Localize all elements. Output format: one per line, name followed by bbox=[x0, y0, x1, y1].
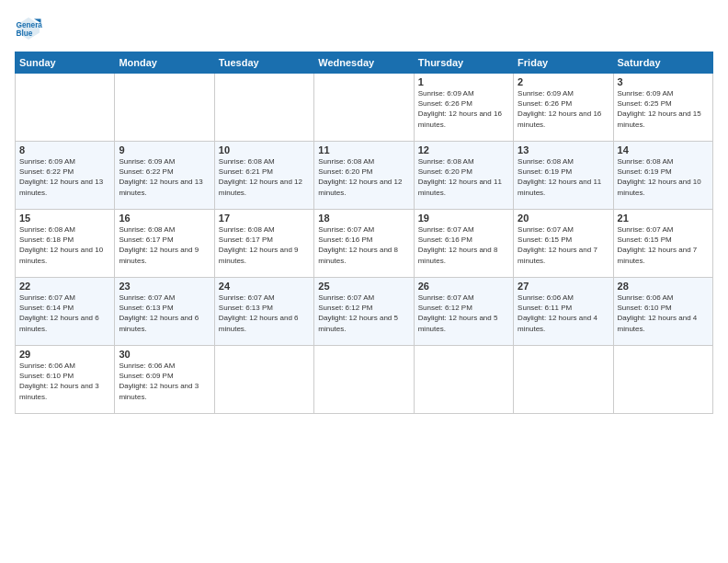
cell-info: Sunrise: 6:08 AMSunset: 6:21 PMDaylight:… bbox=[219, 157, 302, 197]
col-header-friday: Friday bbox=[514, 52, 613, 74]
svg-text:Blue: Blue bbox=[17, 29, 33, 38]
day-number: 25 bbox=[318, 281, 409, 292]
cell-info: Sunrise: 6:07 AMSunset: 6:13 PMDaylight:… bbox=[119, 293, 199, 333]
calendar-cell bbox=[214, 74, 313, 142]
calendar-cell bbox=[214, 346, 313, 414]
col-header-tuesday: Tuesday bbox=[214, 52, 313, 74]
cell-info: Sunrise: 6:07 AMSunset: 6:16 PMDaylight:… bbox=[318, 225, 398, 265]
day-number: 30 bbox=[119, 349, 210, 360]
calendar-cell: 17Sunrise: 6:08 AMSunset: 6:17 PMDayligh… bbox=[214, 210, 313, 278]
cell-info: Sunrise: 6:08 AMSunset: 6:19 PMDaylight:… bbox=[518, 157, 601, 197]
cell-info: Sunrise: 6:09 AMSunset: 6:25 PMDaylight:… bbox=[618, 89, 701, 129]
day-number: 23 bbox=[119, 281, 210, 292]
calendar-cell: 24Sunrise: 6:07 AMSunset: 6:13 PMDayligh… bbox=[214, 278, 313, 346]
calendar-table: SundayMondayTuesdayWednesdayThursdayFrid… bbox=[15, 52, 713, 414]
calendar-cell: 9Sunrise: 6:09 AMSunset: 6:22 PMDaylight… bbox=[115, 142, 214, 210]
day-number: 1 bbox=[418, 76, 509, 87]
svg-text:General: General bbox=[17, 21, 43, 29]
calendar-header: SundayMondayTuesdayWednesdayThursdayFrid… bbox=[16, 52, 713, 74]
day-number: 2 bbox=[518, 76, 609, 87]
calendar-cell: 10Sunrise: 6:08 AMSunset: 6:21 PMDayligh… bbox=[214, 142, 313, 210]
header: General Blue bbox=[15, 15, 713, 42]
cell-info: Sunrise: 6:08 AMSunset: 6:19 PMDaylight:… bbox=[618, 157, 701, 197]
calendar-cell: 12Sunrise: 6:08 AMSunset: 6:20 PMDayligh… bbox=[414, 142, 513, 210]
week-row-3: 15Sunrise: 6:08 AMSunset: 6:18 PMDayligh… bbox=[16, 210, 713, 278]
calendar-cell: 27Sunrise: 6:06 AMSunset: 6:11 PMDayligh… bbox=[514, 278, 613, 346]
col-header-sunday: Sunday bbox=[16, 52, 115, 74]
calendar-body: 1Sunrise: 6:09 AMSunset: 6:26 PMDaylight… bbox=[16, 74, 713, 414]
calendar-cell bbox=[514, 346, 613, 414]
cell-info: Sunrise: 6:07 AMSunset: 6:12 PMDaylight:… bbox=[318, 293, 398, 333]
calendar-cell bbox=[613, 346, 712, 414]
week-row-5: 29Sunrise: 6:06 AMSunset: 6:10 PMDayligh… bbox=[16, 346, 713, 414]
day-number: 29 bbox=[19, 349, 110, 360]
calendar-cell: 13Sunrise: 6:08 AMSunset: 6:19 PMDayligh… bbox=[514, 142, 613, 210]
calendar-cell: 11Sunrise: 6:08 AMSunset: 6:20 PMDayligh… bbox=[314, 142, 414, 210]
calendar-cell bbox=[414, 346, 513, 414]
day-number: 19 bbox=[418, 213, 509, 224]
cell-info: Sunrise: 6:06 AMSunset: 6:09 PMDaylight:… bbox=[119, 362, 199, 401]
calendar-cell: 22Sunrise: 6:07 AMSunset: 6:14 PMDayligh… bbox=[16, 278, 115, 346]
calendar-cell: 21Sunrise: 6:07 AMSunset: 6:15 PMDayligh… bbox=[613, 210, 712, 278]
day-number: 3 bbox=[618, 76, 709, 87]
cell-info: Sunrise: 6:08 AMSunset: 6:17 PMDaylight:… bbox=[219, 225, 299, 265]
week-row-1: 1Sunrise: 6:09 AMSunset: 6:26 PMDaylight… bbox=[16, 74, 713, 142]
cell-info: Sunrise: 6:08 AMSunset: 6:17 PMDaylight:… bbox=[119, 225, 199, 265]
calendar-cell: 26Sunrise: 6:07 AMSunset: 6:12 PMDayligh… bbox=[414, 278, 513, 346]
day-number: 18 bbox=[318, 213, 409, 224]
day-number: 11 bbox=[318, 144, 409, 155]
calendar-cell bbox=[16, 74, 115, 142]
day-number: 13 bbox=[518, 144, 609, 155]
day-number: 16 bbox=[119, 213, 210, 224]
calendar-cell: 2Sunrise: 6:09 AMSunset: 6:26 PMDaylight… bbox=[514, 74, 613, 142]
col-header-thursday: Thursday bbox=[414, 52, 513, 74]
day-number: 17 bbox=[219, 213, 310, 224]
day-number: 9 bbox=[119, 144, 210, 155]
day-number: 22 bbox=[19, 281, 110, 292]
calendar-cell: 29Sunrise: 6:06 AMSunset: 6:10 PMDayligh… bbox=[16, 346, 115, 414]
calendar-cell: 18Sunrise: 6:07 AMSunset: 6:16 PMDayligh… bbox=[314, 210, 414, 278]
calendar-cell bbox=[314, 74, 414, 142]
calendar-cell bbox=[115, 74, 214, 142]
cell-info: Sunrise: 6:08 AMSunset: 6:20 PMDaylight:… bbox=[318, 157, 402, 197]
cell-info: Sunrise: 6:07 AMSunset: 6:12 PMDaylight:… bbox=[418, 293, 498, 333]
calendar-cell: 28Sunrise: 6:06 AMSunset: 6:10 PMDayligh… bbox=[613, 278, 712, 346]
cell-info: Sunrise: 6:09 AMSunset: 6:26 PMDaylight:… bbox=[418, 89, 502, 129]
calendar-cell: 20Sunrise: 6:07 AMSunset: 6:15 PMDayligh… bbox=[514, 210, 613, 278]
cell-info: Sunrise: 6:06 AMSunset: 6:10 PMDaylight:… bbox=[618, 293, 698, 333]
day-number: 27 bbox=[518, 281, 609, 292]
calendar-cell: 8Sunrise: 6:09 AMSunset: 6:22 PMDaylight… bbox=[16, 142, 115, 210]
page: General Blue SundayMondayTuesdayWednesda… bbox=[0, 0, 728, 563]
col-header-wednesday: Wednesday bbox=[314, 52, 414, 74]
cell-info: Sunrise: 6:06 AMSunset: 6:10 PMDaylight:… bbox=[19, 362, 99, 401]
header-row: SundayMondayTuesdayWednesdayThursdayFrid… bbox=[16, 52, 713, 74]
cell-info: Sunrise: 6:09 AMSunset: 6:22 PMDaylight:… bbox=[119, 157, 202, 197]
calendar-cell: 19Sunrise: 6:07 AMSunset: 6:16 PMDayligh… bbox=[414, 210, 513, 278]
cell-info: Sunrise: 6:07 AMSunset: 6:15 PMDaylight:… bbox=[618, 225, 698, 265]
day-number: 12 bbox=[418, 144, 509, 155]
cell-info: Sunrise: 6:09 AMSunset: 6:22 PMDaylight:… bbox=[19, 157, 103, 197]
col-header-monday: Monday bbox=[115, 52, 214, 74]
calendar-cell: 30Sunrise: 6:06 AMSunset: 6:09 PMDayligh… bbox=[115, 346, 214, 414]
calendar-cell: 16Sunrise: 6:08 AMSunset: 6:17 PMDayligh… bbox=[115, 210, 214, 278]
cell-info: Sunrise: 6:07 AMSunset: 6:14 PMDaylight:… bbox=[19, 293, 99, 333]
day-number: 8 bbox=[19, 144, 110, 155]
calendar-cell: 15Sunrise: 6:08 AMSunset: 6:18 PMDayligh… bbox=[16, 210, 115, 278]
logo-icon: General Blue bbox=[15, 15, 42, 42]
day-number: 14 bbox=[618, 144, 709, 155]
day-number: 21 bbox=[618, 213, 709, 224]
day-number: 20 bbox=[518, 213, 609, 224]
cell-info: Sunrise: 6:07 AMSunset: 6:15 PMDaylight:… bbox=[518, 225, 597, 265]
calendar-cell: 25Sunrise: 6:07 AMSunset: 6:12 PMDayligh… bbox=[314, 278, 414, 346]
calendar-cell: 1Sunrise: 6:09 AMSunset: 6:26 PMDaylight… bbox=[414, 74, 513, 142]
calendar-cell: 23Sunrise: 6:07 AMSunset: 6:13 PMDayligh… bbox=[115, 278, 214, 346]
calendar-cell: 14Sunrise: 6:08 AMSunset: 6:19 PMDayligh… bbox=[613, 142, 712, 210]
col-header-saturday: Saturday bbox=[613, 52, 712, 74]
day-number: 10 bbox=[219, 144, 310, 155]
cell-info: Sunrise: 6:06 AMSunset: 6:11 PMDaylight:… bbox=[518, 293, 597, 333]
day-number: 15 bbox=[19, 213, 110, 224]
week-row-2: 8Sunrise: 6:09 AMSunset: 6:22 PMDaylight… bbox=[16, 142, 713, 210]
day-number: 24 bbox=[219, 281, 310, 292]
week-row-4: 22Sunrise: 6:07 AMSunset: 6:14 PMDayligh… bbox=[16, 278, 713, 346]
cell-info: Sunrise: 6:08 AMSunset: 6:20 PMDaylight:… bbox=[418, 157, 502, 197]
